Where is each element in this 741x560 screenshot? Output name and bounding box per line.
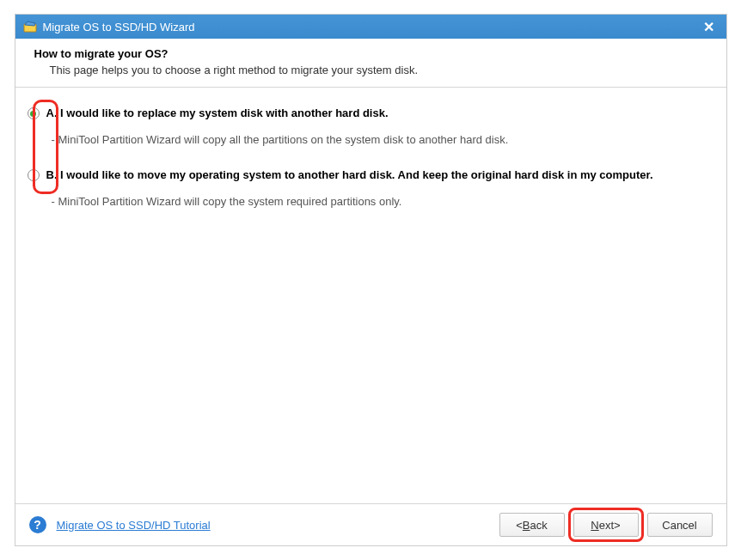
option-a-label: A. I would like to replace my system dis… <box>46 107 389 119</box>
back-label-rest: ack <box>530 519 548 532</box>
next-button-wrap: Next > <box>573 513 639 537</box>
option-a-row[interactable]: A. I would like to replace my system dis… <box>28 105 714 121</box>
option-b-radio[interactable] <box>28 169 40 181</box>
option-a: A. I would like to replace my system dis… <box>28 105 714 146</box>
cancel-button[interactable]: Cancel <box>647 513 713 537</box>
help-icon[interactable]: ? <box>29 516 46 533</box>
option-b: B. I would like to move my operating sys… <box>28 167 714 208</box>
wizard-window: Migrate OS to SSD/HD Wizard ✕ How to mig… <box>15 14 727 546</box>
wizard-footer: ? Migrate OS to SSD/HD Tutorial < Back N… <box>15 503 726 545</box>
next-button[interactable]: Next > <box>573 513 639 537</box>
tutorial-link[interactable]: Migrate OS to SSD/HD Tutorial <box>57 519 211 532</box>
option-b-desc: - MiniTool Partition Wizard will copy th… <box>52 195 714 208</box>
option-b-label: B. I would like to move my operating sys… <box>46 168 653 181</box>
page-subtitle: This page helps you to choose a right me… <box>50 64 711 76</box>
wizard-content: A. I would like to replace my system dis… <box>15 88 726 503</box>
app-icon <box>22 19 38 34</box>
next-label-rest: ext <box>599 519 614 532</box>
options-group: A. I would like to replace my system dis… <box>28 105 714 208</box>
wizard-header: How to migrate your OS? This page helps … <box>15 39 726 88</box>
option-a-radio[interactable] <box>28 107 40 119</box>
page-title: How to migrate your OS? <box>34 47 711 60</box>
titlebar: Migrate OS to SSD/HD Wizard ✕ <box>15 15 726 39</box>
option-a-desc: - MiniTool Partition Wizard will copy al… <box>52 133 714 146</box>
window-title: Migrate OS to SSD/HD Wizard <box>43 21 699 33</box>
option-b-row[interactable]: B. I would like to move my operating sys… <box>28 167 714 183</box>
close-button[interactable]: ✕ <box>699 16 720 37</box>
back-button[interactable]: < Back <box>499 513 565 537</box>
